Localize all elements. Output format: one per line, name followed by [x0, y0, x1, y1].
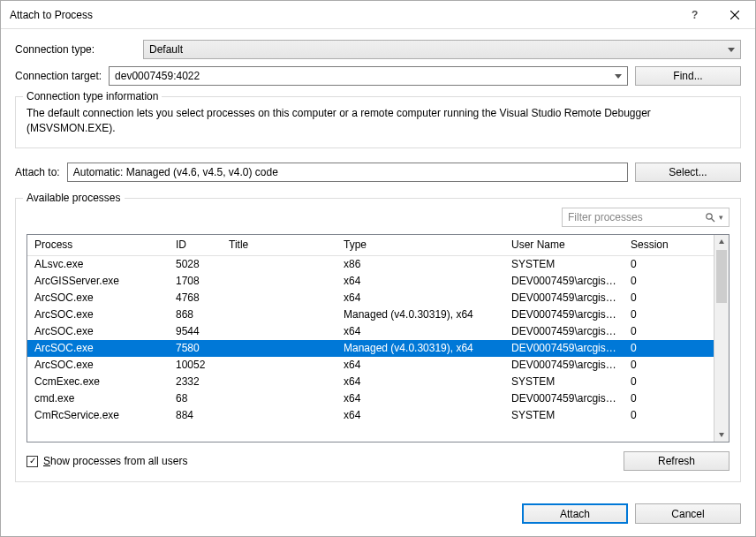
cell: 0 [624, 409, 685, 421]
cell: ArcSOC.exe [27, 308, 169, 321]
help-button[interactable]: ? [674, 1, 714, 29]
cell: Managed (v4.0.30319), x64 [336, 342, 504, 354]
cell: 0 [624, 291, 685, 304]
select-button[interactable]: Select... [635, 163, 741, 182]
titlebar: Attach to Process ? [1, 1, 755, 29]
cell: 0 [624, 308, 685, 321]
table-row[interactable]: ArcSOC.exe868Managed (v4.0.30319), x64DE… [27, 306, 714, 323]
attach-button[interactable]: Attach [522, 503, 628, 524]
attach-to-value-box: Automatic: Managed (v4.6, v4.5, v4.0) co… [67, 163, 628, 182]
cell: Managed (v4.0.30319), x64 [336, 308, 504, 321]
cell: x64 [336, 325, 504, 337]
scroll-up-icon[interactable] [714, 235, 729, 250]
cell: ArcSOC.exe [27, 359, 169, 371]
process-table: Process ID Title Type User Name Session … [26, 234, 730, 442]
connection-target-input[interactable]: dev0007459:4022 [109, 66, 628, 86]
table-header: Process ID Title Type User Name Session [27, 235, 714, 256]
cell: x64 [336, 275, 504, 287]
checkbox-icon: ✓ [26, 456, 38, 467]
cell: 0 [624, 375, 685, 388]
filter-processes-input[interactable]: Filter processes ▾ [562, 208, 730, 227]
attach-to-value: Automatic: Managed (v4.6, v4.5, v4.0) co… [73, 166, 278, 178]
available-processes-group: Available processes Filter processes ▾ P… [15, 198, 741, 482]
cell: 10052 [169, 359, 222, 371]
show-all-users-label: Show processes from all users [43, 455, 187, 467]
cell: cmd.exe [27, 392, 169, 405]
col-title[interactable]: Title [222, 238, 336, 251]
attach-to-label: Attach to: [15, 166, 60, 178]
scroll-track[interactable] [714, 250, 729, 427]
connection-type-info-legend: Connection type information [23, 90, 162, 102]
connection-type-info-text: The default connection lets you select p… [26, 106, 730, 137]
connection-type-info-group: Connection type information The default … [15, 96, 741, 148]
col-user[interactable]: User Name [504, 238, 624, 251]
find-button[interactable]: Find... [635, 66, 741, 86]
col-id[interactable]: ID [169, 238, 222, 251]
attach-to-process-dialog: Attach to Process ? Connection type: Def… [0, 0, 756, 537]
table-row[interactable]: ArcGISServer.exe1708x64DEV0007459\arcgis… [27, 273, 714, 290]
chevron-down-icon [615, 74, 622, 79]
cell: ArcSOC.exe [27, 291, 169, 304]
refresh-button[interactable]: Refresh [624, 451, 730, 471]
cell: 9544 [169, 325, 222, 337]
cell: ArcSOC.exe [27, 325, 169, 337]
cell: DEV0007459\arcgisar... [504, 342, 624, 354]
cell: SYSTEM [504, 375, 624, 388]
col-process[interactable]: Process [27, 238, 169, 251]
table-row[interactable]: CmRcService.exe884x64SYSTEM0 [27, 407, 714, 424]
cell: DEV0007459\arcgisar... [504, 308, 624, 321]
table-row[interactable]: ArcSOC.exe9544x64DEV0007459\arcgisar...0 [27, 323, 714, 340]
svg-point-3 [707, 214, 712, 219]
scroll-thumb[interactable] [716, 250, 727, 303]
cell: x64 [336, 359, 504, 371]
col-type[interactable]: Type [336, 238, 504, 251]
cell: x86 [336, 258, 504, 270]
cell: CcmExec.exe [27, 375, 169, 388]
cell: ALsvc.exe [27, 258, 169, 270]
scroll-down-icon[interactable] [714, 427, 729, 442]
cell: 868 [169, 308, 222, 321]
cell: x64 [336, 291, 504, 304]
cell: SYSTEM [504, 258, 624, 270]
cell: 68 [169, 392, 222, 405]
cell: 1708 [169, 275, 222, 287]
chevron-down-icon: ▾ [719, 213, 723, 222]
cell: 4768 [169, 291, 222, 304]
table-row[interactable]: ALsvc.exe5028x86SYSTEM0 [27, 256, 714, 273]
cell: 0 [624, 325, 685, 337]
table-row[interactable]: cmd.exe68x64DEV0007459\arcgisar...0 [27, 390, 714, 407]
table-row[interactable]: ArcSOC.exe4768x64DEV0007459\arcgisar...0 [27, 290, 714, 306]
chevron-down-icon [728, 48, 735, 52]
connection-type-select[interactable]: Default [143, 40, 741, 59]
svg-marker-6 [719, 433, 724, 437]
close-button[interactable] [714, 1, 755, 29]
show-all-users-checkbox[interactable]: ✓ Show processes from all users [26, 455, 187, 467]
cell: 0 [624, 258, 685, 270]
svg-line-4 [712, 218, 715, 222]
connection-type-value: Default [149, 43, 183, 56]
col-session[interactable]: Session [624, 238, 685, 251]
table-row[interactable]: ArcSOC.exe7580Managed (v4.0.30319), x64D… [27, 340, 714, 357]
cell: 0 [624, 359, 685, 371]
cell: CmRcService.exe [27, 409, 169, 421]
cell: DEV0007459\arcgisar... [504, 291, 624, 304]
cell: DEV0007459\arcgisar... [504, 275, 624, 287]
svg-text:?: ? [692, 11, 698, 19]
table-row[interactable]: ArcSOC.exe10052x64DEV0007459\arcgisar...… [27, 357, 714, 374]
vertical-scrollbar[interactable] [714, 235, 729, 442]
cell: 884 [169, 409, 222, 421]
cell: 0 [624, 342, 685, 354]
search-icon [705, 212, 715, 223]
cell: 2332 [169, 375, 222, 388]
available-processes-legend: Available processes [23, 192, 125, 204]
cell: x64 [336, 375, 504, 388]
cell: DEV0007459\arcgisar... [504, 359, 624, 371]
filter-placeholder: Filter processes [568, 211, 643, 223]
cancel-button[interactable]: Cancel [635, 503, 741, 524]
connection-target-value: dev0007459:4022 [115, 70, 200, 82]
cell: 0 [624, 392, 685, 405]
table-row[interactable]: CcmExec.exe2332x64SYSTEM0 [27, 374, 714, 390]
dialog-footer: Attach Cancel [1, 495, 755, 536]
dialog-body: Connection type: Default Connection targ… [1, 29, 755, 495]
cell: 0 [624, 275, 685, 287]
